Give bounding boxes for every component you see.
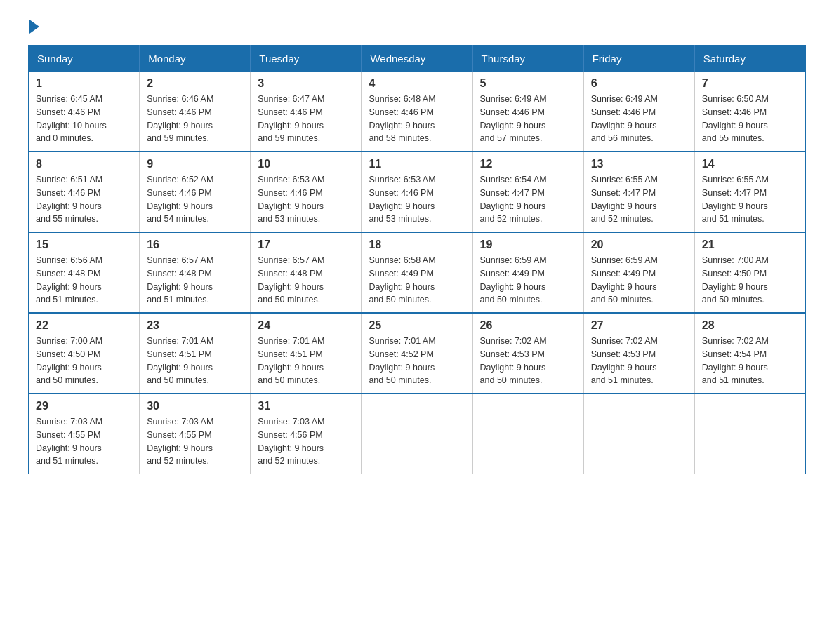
day-of-week-header: Sunday <box>29 46 140 72</box>
calendar-cell <box>362 394 472 474</box>
calendar-cell: 29 Sunrise: 7:03 AMSunset: 4:55 PMDaylig… <box>29 394 140 474</box>
calendar-cell: 1 Sunrise: 6:45 AMSunset: 4:46 PMDayligh… <box>29 72 140 152</box>
calendar-cell: 7 Sunrise: 6:50 AMSunset: 4:46 PMDayligh… <box>694 72 805 152</box>
day-number: 22 <box>36 319 132 332</box>
day-info: Sunrise: 6:58 AMSunset: 4:49 PMDaylight:… <box>369 254 465 307</box>
calendar-cell: 27 Sunrise: 7:02 AMSunset: 4:53 PMDaylig… <box>583 313 694 394</box>
calendar-cell: 17 Sunrise: 6:57 AMSunset: 4:48 PMDaylig… <box>251 232 362 313</box>
day-number: 27 <box>591 319 687 332</box>
calendar-week-row: 1 Sunrise: 6:45 AMSunset: 4:46 PMDayligh… <box>29 72 806 152</box>
day-number: 5 <box>480 77 576 90</box>
calendar-cell: 28 Sunrise: 7:02 AMSunset: 4:54 PMDaylig… <box>694 313 805 394</box>
day-info: Sunrise: 6:54 AMSunset: 4:47 PMDaylight:… <box>480 173 576 226</box>
day-info: Sunrise: 6:49 AMSunset: 4:46 PMDaylight:… <box>480 93 576 145</box>
days-of-week-row: SundayMondayTuesdayWednesdayThursdayFrid… <box>29 46 806 72</box>
calendar-cell: 3 Sunrise: 6:47 AMSunset: 4:46 PMDayligh… <box>251 72 362 152</box>
day-info: Sunrise: 6:57 AMSunset: 4:48 PMDaylight:… <box>258 254 354 307</box>
day-info: Sunrise: 6:48 AMSunset: 4:46 PMDaylight:… <box>369 93 465 145</box>
day-info: Sunrise: 6:57 AMSunset: 4:48 PMDaylight:… <box>147 254 243 307</box>
calendar-week-row: 29 Sunrise: 7:03 AMSunset: 4:55 PMDaylig… <box>29 394 806 474</box>
calendar-cell: 16 Sunrise: 6:57 AMSunset: 4:48 PMDaylig… <box>140 232 251 313</box>
day-number: 21 <box>702 239 798 251</box>
day-number: 16 <box>147 239 243 251</box>
day-of-week-header: Monday <box>140 46 251 72</box>
day-number: 10 <box>258 158 354 170</box>
day-info: Sunrise: 6:51 AMSunset: 4:46 PMDaylight:… <box>36 173 132 226</box>
calendar-cell: 12 Sunrise: 6:54 AMSunset: 4:47 PMDaylig… <box>472 152 583 232</box>
day-info: Sunrise: 7:01 AMSunset: 4:51 PMDaylight:… <box>258 335 354 387</box>
day-number: 29 <box>36 400 132 412</box>
day-info: Sunrise: 6:55 AMSunset: 4:47 PMDaylight:… <box>702 173 798 226</box>
day-number: 7 <box>702 77 798 90</box>
calendar-cell: 26 Sunrise: 7:02 AMSunset: 4:53 PMDaylig… <box>472 313 583 394</box>
day-number: 19 <box>480 239 576 251</box>
day-number: 4 <box>369 77 465 90</box>
day-of-week-header: Wednesday <box>362 46 472 72</box>
day-info: Sunrise: 6:46 AMSunset: 4:46 PMDaylight:… <box>147 93 243 145</box>
day-number: 31 <box>258 400 354 412</box>
day-info: Sunrise: 7:03 AMSunset: 4:55 PMDaylight:… <box>36 415 132 468</box>
calendar-cell <box>583 394 694 474</box>
day-info: Sunrise: 6:59 AMSunset: 4:49 PMDaylight:… <box>480 254 576 307</box>
calendar-cell: 10 Sunrise: 6:53 AMSunset: 4:46 PMDaylig… <box>251 152 362 232</box>
day-info: Sunrise: 6:50 AMSunset: 4:46 PMDaylight:… <box>702 93 798 145</box>
page-header <box>28 21 806 31</box>
day-info: Sunrise: 7:02 AMSunset: 4:54 PMDaylight:… <box>702 335 798 387</box>
day-number: 28 <box>702 319 798 332</box>
day-number: 25 <box>369 319 465 332</box>
day-info: Sunrise: 6:49 AMSunset: 4:46 PMDaylight:… <box>591 93 687 145</box>
day-info: Sunrise: 7:03 AMSunset: 4:56 PMDaylight:… <box>258 415 354 468</box>
logo-arrow-icon <box>29 20 39 34</box>
day-info: Sunrise: 6:47 AMSunset: 4:46 PMDaylight:… <box>258 93 354 145</box>
calendar-cell: 9 Sunrise: 6:52 AMSunset: 4:46 PMDayligh… <box>140 152 251 232</box>
calendar-cell: 5 Sunrise: 6:49 AMSunset: 4:46 PMDayligh… <box>472 72 583 152</box>
day-number: 23 <box>147 319 243 332</box>
day-number: 9 <box>147 158 243 170</box>
day-number: 24 <box>258 319 354 332</box>
calendar-cell: 20 Sunrise: 6:59 AMSunset: 4:49 PMDaylig… <box>583 232 694 313</box>
calendar-week-row: 8 Sunrise: 6:51 AMSunset: 4:46 PMDayligh… <box>29 152 806 232</box>
day-info: Sunrise: 7:02 AMSunset: 4:53 PMDaylight:… <box>591 335 687 387</box>
day-info: Sunrise: 6:59 AMSunset: 4:49 PMDaylight:… <box>591 254 687 307</box>
day-info: Sunrise: 6:53 AMSunset: 4:46 PMDaylight:… <box>258 173 354 226</box>
day-number: 30 <box>147 400 243 412</box>
day-number: 3 <box>258 77 354 90</box>
day-info: Sunrise: 6:53 AMSunset: 4:46 PMDaylight:… <box>369 173 465 226</box>
day-info: Sunrise: 7:01 AMSunset: 4:51 PMDaylight:… <box>147 335 243 387</box>
calendar-cell: 23 Sunrise: 7:01 AMSunset: 4:51 PMDaylig… <box>140 313 251 394</box>
day-info: Sunrise: 7:00 AMSunset: 4:50 PMDaylight:… <box>36 335 132 387</box>
calendar-cell: 4 Sunrise: 6:48 AMSunset: 4:46 PMDayligh… <box>362 72 472 152</box>
day-number: 8 <box>36 158 132 170</box>
day-of-week-header: Tuesday <box>251 46 362 72</box>
calendar-cell: 25 Sunrise: 7:01 AMSunset: 4:52 PMDaylig… <box>362 313 472 394</box>
day-number: 11 <box>369 158 465 170</box>
calendar-cell: 18 Sunrise: 6:58 AMSunset: 4:49 PMDaylig… <box>362 232 472 313</box>
day-info: Sunrise: 6:55 AMSunset: 4:47 PMDaylight:… <box>591 173 687 226</box>
calendar-cell: 24 Sunrise: 7:01 AMSunset: 4:51 PMDaylig… <box>251 313 362 394</box>
calendar-cell: 19 Sunrise: 6:59 AMSunset: 4:49 PMDaylig… <box>472 232 583 313</box>
day-number: 20 <box>591 239 687 251</box>
day-number: 18 <box>369 239 465 251</box>
day-number: 14 <box>702 158 798 170</box>
calendar-body: 1 Sunrise: 6:45 AMSunset: 4:46 PMDayligh… <box>29 72 806 474</box>
calendar-cell: 15 Sunrise: 6:56 AMSunset: 4:48 PMDaylig… <box>29 232 140 313</box>
day-number: 26 <box>480 319 576 332</box>
calendar-cell: 21 Sunrise: 7:00 AMSunset: 4:50 PMDaylig… <box>694 232 805 313</box>
day-of-week-header: Thursday <box>472 46 583 72</box>
calendar-cell <box>694 394 805 474</box>
day-info: Sunrise: 7:03 AMSunset: 4:55 PMDaylight:… <box>147 415 243 468</box>
day-number: 17 <box>258 239 354 251</box>
calendar-cell: 8 Sunrise: 6:51 AMSunset: 4:46 PMDayligh… <box>29 152 140 232</box>
logo <box>28 21 39 31</box>
calendar-cell: 11 Sunrise: 6:53 AMSunset: 4:46 PMDaylig… <box>362 152 472 232</box>
day-info: Sunrise: 7:02 AMSunset: 4:53 PMDaylight:… <box>480 335 576 387</box>
calendar-cell: 13 Sunrise: 6:55 AMSunset: 4:47 PMDaylig… <box>583 152 694 232</box>
calendar-cell: 30 Sunrise: 7:03 AMSunset: 4:55 PMDaylig… <box>140 394 251 474</box>
calendar-cell: 22 Sunrise: 7:00 AMSunset: 4:50 PMDaylig… <box>29 313 140 394</box>
day-info: Sunrise: 7:01 AMSunset: 4:52 PMDaylight:… <box>369 335 465 387</box>
day-info: Sunrise: 6:52 AMSunset: 4:46 PMDaylight:… <box>147 173 243 226</box>
calendar-cell: 14 Sunrise: 6:55 AMSunset: 4:47 PMDaylig… <box>694 152 805 232</box>
day-info: Sunrise: 7:00 AMSunset: 4:50 PMDaylight:… <box>702 254 798 307</box>
day-number: 15 <box>36 239 132 251</box>
calendar-week-row: 22 Sunrise: 7:00 AMSunset: 4:50 PMDaylig… <box>29 313 806 394</box>
